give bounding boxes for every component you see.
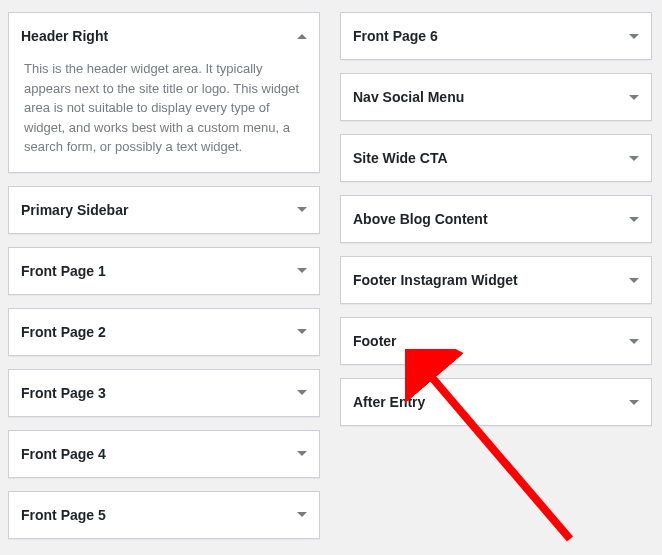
widget-toggle-front-page-6[interactable]: Front Page 6: [341, 13, 651, 59]
widget-toggle-footer-instagram-widget[interactable]: Footer Instagram Widget: [341, 257, 651, 303]
widget-toggle-after-entry[interactable]: After Entry: [341, 379, 651, 425]
chevron-down-icon: [297, 512, 307, 517]
widget-area-front-page-2: Front Page 2: [8, 308, 320, 356]
widget-area-left-column: Header Right This is the header widget a…: [8, 12, 320, 539]
widget-toggle-primary-sidebar[interactable]: Primary Sidebar: [9, 187, 319, 233]
widget-area-footer: Footer: [340, 317, 652, 365]
widget-area-above-blog-content: Above Blog Content: [340, 195, 652, 243]
widget-title: Above Blog Content: [353, 211, 488, 227]
widget-toggle-nav-social-menu[interactable]: Nav Social Menu: [341, 74, 651, 120]
chevron-down-icon: [629, 278, 639, 283]
widget-toggle-front-page-1[interactable]: Front Page 1: [9, 248, 319, 294]
widget-area-after-entry: After Entry: [340, 378, 652, 426]
widget-area-front-page-5: Front Page 5: [8, 491, 320, 539]
widget-area-footer-instagram-widget: Footer Instagram Widget: [340, 256, 652, 304]
widget-title: Front Page 2: [21, 324, 106, 340]
widget-toggle-front-page-4[interactable]: Front Page 4: [9, 431, 319, 477]
widget-area-right-column: Front Page 6 Nav Social Menu Site Wide C…: [340, 12, 652, 539]
chevron-down-icon: [629, 156, 639, 161]
chevron-up-icon: [297, 34, 307, 39]
widget-toggle-footer[interactable]: Footer: [341, 318, 651, 364]
widget-area-nav-social-menu: Nav Social Menu: [340, 73, 652, 121]
chevron-down-icon: [629, 95, 639, 100]
chevron-down-icon: [297, 390, 307, 395]
widget-title: Front Page 4: [21, 446, 106, 462]
widget-title: Front Page 1: [21, 263, 106, 279]
chevron-down-icon: [629, 400, 639, 405]
widget-toggle-above-blog-content[interactable]: Above Blog Content: [341, 196, 651, 242]
chevron-down-icon: [629, 339, 639, 344]
widget-area-header-right: Header Right This is the header widget a…: [8, 12, 320, 173]
widget-area-front-page-6: Front Page 6: [340, 12, 652, 60]
chevron-down-icon: [629, 34, 639, 39]
widget-title: Site Wide CTA: [353, 150, 448, 166]
widget-area-primary-sidebar: Primary Sidebar: [8, 186, 320, 234]
widget-title: Front Page 6: [353, 28, 438, 44]
widget-toggle-front-page-5[interactable]: Front Page 5: [9, 492, 319, 538]
widget-title: Footer Instagram Widget: [353, 272, 518, 288]
widget-title: Front Page 3: [21, 385, 106, 401]
widget-toggle-site-wide-cta[interactable]: Site Wide CTA: [341, 135, 651, 181]
widget-toggle-front-page-3[interactable]: Front Page 3: [9, 370, 319, 416]
widget-title: Nav Social Menu: [353, 89, 464, 105]
widget-area-front-page-3: Front Page 3: [8, 369, 320, 417]
widget-title: Front Page 5: [21, 507, 106, 523]
widget-area-site-wide-cta: Site Wide CTA: [340, 134, 652, 182]
chevron-down-icon: [297, 207, 307, 212]
chevron-down-icon: [297, 329, 307, 334]
widget-area-front-page-1: Front Page 1: [8, 247, 320, 295]
widget-toggle-front-page-2[interactable]: Front Page 2: [9, 309, 319, 355]
chevron-down-icon: [629, 217, 639, 222]
widget-description: This is the header widget area. It typic…: [9, 59, 319, 172]
chevron-down-icon: [297, 268, 307, 273]
widget-toggle-header-right[interactable]: Header Right: [9, 13, 319, 59]
widget-title: Header Right: [21, 28, 108, 44]
chevron-down-icon: [297, 451, 307, 456]
widget-title: Footer: [353, 333, 397, 349]
widget-title: Primary Sidebar: [21, 202, 128, 218]
widget-area-front-page-4: Front Page 4: [8, 430, 320, 478]
widget-title: After Entry: [353, 394, 425, 410]
